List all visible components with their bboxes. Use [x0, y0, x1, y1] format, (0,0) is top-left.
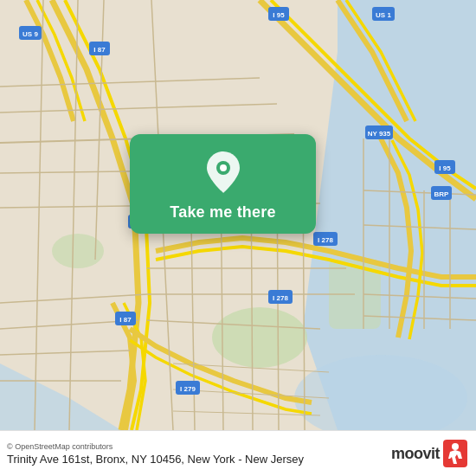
svg-text:I 279: I 279	[180, 385, 196, 393]
svg-text:US 1: US 1	[376, 11, 391, 19]
svg-point-4	[212, 307, 307, 368]
map-pin-icon	[204, 150, 242, 195]
svg-point-64	[220, 164, 227, 171]
svg-text:I 87: I 87	[119, 316, 132, 324]
moovit-logo: moovit	[391, 440, 467, 467]
take-me-there-button[interactable]: Take me there	[170, 203, 275, 222]
svg-text:I 95: I 95	[439, 164, 451, 172]
navigation-card[interactable]: Take me there	[130, 134, 316, 234]
svg-text:US 9: US 9	[23, 30, 38, 38]
svg-text:I 278: I 278	[273, 294, 288, 302]
svg-text:NY 935: NY 935	[368, 130, 391, 138]
osm-attribution: © OpenStreetMap contributors	[7, 442, 304, 451]
map-container: US 9 I 87 I 87 I 87 US 1 I 95 I 95 NY 93…	[0, 0, 476, 430]
bottom-bar: © OpenStreetMap contributors Trinity Ave…	[0, 430, 476, 476]
svg-point-66	[452, 443, 459, 450]
moovit-brand-icon	[443, 440, 467, 467]
svg-text:BRP: BRP	[434, 190, 450, 198]
moovit-brand-text: moovit	[391, 445, 440, 463]
svg-text:I 278: I 278	[318, 236, 333, 244]
bottom-info: © OpenStreetMap contributors Trinity Ave…	[7, 442, 304, 466]
svg-text:I 95: I 95	[273, 11, 285, 19]
svg-text:I 87: I 87	[93, 46, 106, 54]
location-label: Trinity Ave 161st, Bronx, NY 10456, New …	[7, 453, 304, 466]
